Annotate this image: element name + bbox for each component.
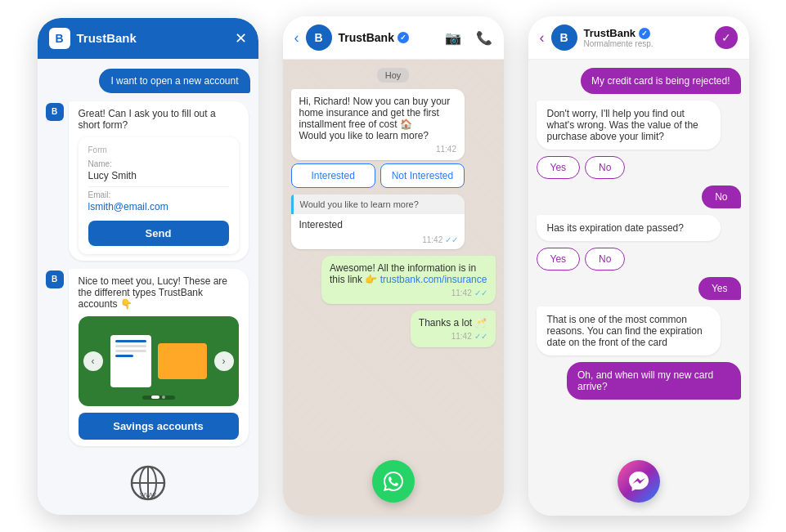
message-time-1: 11:42 <box>299 145 457 154</box>
bot-bubble-1: Great! Can I ask you to fill out a short… <box>69 101 249 261</box>
field-email-value: lsmith@email.com <box>88 201 229 212</box>
ms-verified-badge: ✓ <box>639 28 650 39</box>
whatsapp-header: ‹ B TrustBank ✓ 📷 📞 <box>283 16 504 60</box>
ms-check-button[interactable]: ✓ <box>715 26 738 49</box>
call-icon[interactable]: 📞 <box>476 30 492 46</box>
interested-button[interactable]: Interested <box>291 163 375 188</box>
phone-whatsapp: ‹ B TrustBank ✓ 📷 📞 Hoy Hi, Richard! Now… <box>283 16 504 516</box>
no-button-1[interactable]: No <box>585 156 625 179</box>
logo-icon: B <box>49 28 70 49</box>
globe-container: WWW <box>129 464 167 502</box>
envelope-icon <box>158 343 207 379</box>
whatsapp-footer <box>283 452 504 516</box>
ms-logo: B <box>551 25 577 51</box>
brand-logo: B TrustBank <box>49 28 137 49</box>
messenger-chat-area: My credit card is being rejected! Don't … <box>528 60 749 452</box>
ms-answer-yes-1: Yes <box>698 277 741 300</box>
ms-contact-name: TrustBank ✓ <box>584 27 654 39</box>
ms-received-bubble-1: Don't worry, I'll help you find out what… <box>537 101 721 150</box>
user-bubble: I want to open a new account <box>99 69 249 93</box>
ms-answer-no-1: No <box>702 186 740 208</box>
ms-received-bubble-2: Has its expiration date passed? <box>537 215 721 241</box>
not-interested-button[interactable]: Not Interested <box>380 163 465 188</box>
wa-logo: B <box>306 25 332 51</box>
form-label: Form <box>88 145 229 154</box>
bot-avatar: B <box>46 103 64 121</box>
whatsapp-icon <box>382 470 405 493</box>
whatsapp-fab[interactable] <box>372 460 415 503</box>
wa-received-bubble-1: Hi, Richard! Now you can buy your home i… <box>291 89 465 160</box>
wa-sent-bubble-thanks: Thanks a lot 🥂 11:42 ✓✓ <box>411 311 496 347</box>
carousel-next-button[interactable]: › <box>214 351 234 371</box>
brand-name: TrustBank <box>77 31 137 45</box>
webchat-footer: WWW <box>38 456 258 515</box>
date-label: Hoy <box>377 68 410 83</box>
carousel-image <box>110 335 207 387</box>
video-call-icon[interactable]: 📷 <box>445 30 461 46</box>
doc-icon <box>110 335 151 387</box>
link-text: trustbank.com/insurance <box>380 274 487 285</box>
ms-yes-no-row-2: Yes No <box>537 248 741 270</box>
globe-icon: WWW <box>129 464 167 502</box>
messenger-header: ‹ B TrustBank ✓ Normalmente resp. ✓ <box>528 16 749 60</box>
no-button-2[interactable]: No <box>585 248 625 270</box>
webchat-chat-area: I want to open a new account B Great! Ca… <box>38 59 258 456</box>
message-time-3: 11:42 ✓✓ <box>330 288 487 297</box>
contact-info: TrustBank ✓ <box>339 31 409 44</box>
svg-text:WWW: WWW <box>140 492 156 498</box>
wa-button-row: Interested Not Interested <box>291 163 465 188</box>
yes-button-2[interactable]: Yes <box>537 248 581 270</box>
webchat-header: B TrustBank ✕ <box>38 18 258 59</box>
bot-row-2: B Nice to meet you, Lucy! These are the … <box>46 269 250 446</box>
ms-yes-no-row-1: Yes No <box>537 156 741 179</box>
ms-contact-sub: Normalmente resp. <box>584 39 654 48</box>
messenger-footer <box>528 452 749 516</box>
field-email-label: Email: <box>88 190 229 199</box>
field-name: Name: Lucy Smith <box>88 159 229 181</box>
contact-name: TrustBank ✓ <box>339 31 409 44</box>
back-button[interactable]: ‹ <box>294 29 299 47</box>
carousel-prev-button[interactable]: ‹ <box>83 351 103 371</box>
ms-contact-info: TrustBank ✓ Normalmente resp. <box>584 27 654 48</box>
header-left: ‹ B TrustBank ✓ <box>294 25 409 51</box>
savings-accounts-button[interactable]: Savings accounts <box>79 413 239 440</box>
back-button-ms[interactable]: ‹ <box>540 29 545 47</box>
message-time-4: 11:42 ✓✓ <box>419 332 487 341</box>
wa-quoted-bubble: Would you like to learn more? Interested… <box>291 194 465 249</box>
wa-sent-bubble-link: Awesome! All the information is in this … <box>321 256 496 304</box>
close-button[interactable]: ✕ <box>235 29 247 47</box>
messenger-icon <box>627 470 650 493</box>
checkmarks-icon-2: ✓✓ <box>474 288 487 297</box>
field-name-value: Lucy Smith <box>88 170 229 181</box>
field-name-label: Name: <box>88 159 229 168</box>
quote-text: Would you like to learn more? <box>291 194 465 214</box>
yes-button-1[interactable]: Yes <box>537 156 581 179</box>
quote-answer: Interested <box>291 214 465 235</box>
bot-bubble-2: Nice to meet you, Lucy! These are the di… <box>69 269 249 446</box>
messenger-fab[interactable] <box>618 460 660 503</box>
form-card: Form Name: Lucy Smith Email: lsmith@emai… <box>79 137 239 254</box>
header-right-ms: ✓ <box>715 26 738 49</box>
verified-badge: ✓ <box>397 32 409 43</box>
carousel-card: ‹ › <box>79 316 239 406</box>
header-right: 📷 📞 <box>445 30 492 46</box>
phone-messenger: ‹ B TrustBank ✓ Normalmente resp. ✓ My c… <box>528 16 749 516</box>
bot-avatar-2: B <box>46 270 64 288</box>
bot-row-1: B Great! Can I ask you to fill out a sho… <box>46 101 250 261</box>
ms-sent-bubble-2: Oh, and when will my new card arrive? <box>567 362 741 400</box>
field-email: Email: lsmith@email.com <box>88 190 229 212</box>
header-left-ms: ‹ B TrustBank ✓ Normalmente resp. <box>540 25 654 51</box>
send-button[interactable]: Send <box>88 221 229 246</box>
message-time-2: 11:42 ✓✓ <box>291 235 465 249</box>
received-message-container: Hi, Richard! Now you can buy your home i… <box>291 89 496 188</box>
checkmarks-icon: ✓✓ <box>445 235 458 244</box>
ms-sent-bubble-1: My credit card is being rejected! <box>581 68 740 94</box>
ms-received-bubble-3: That is one of the most common reasons. … <box>537 306 721 355</box>
whatsapp-chat-area: Hoy Hi, Richard! Now you can buy your ho… <box>283 60 504 452</box>
phone-webchat: B TrustBank ✕ I want to open a new accou… <box>38 18 258 515</box>
checkmarks-icon-3: ✓✓ <box>474 332 487 341</box>
